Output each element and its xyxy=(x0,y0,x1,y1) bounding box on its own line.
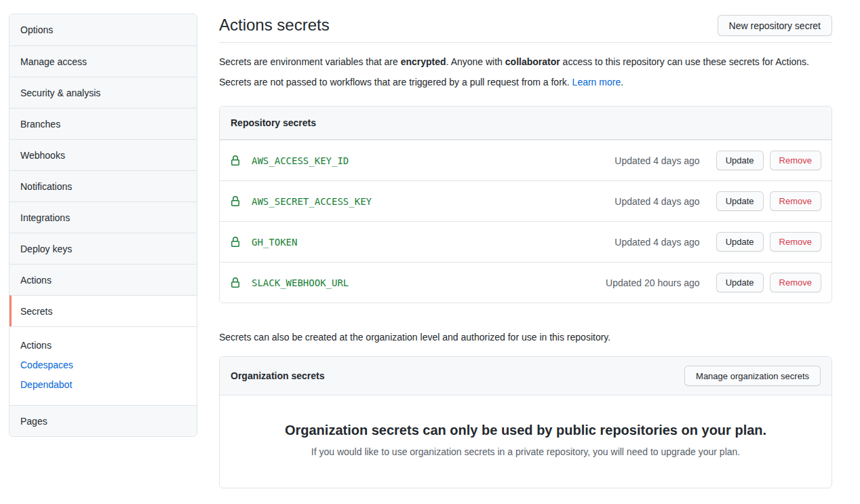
organization-secrets-empty-state: Organization secrets can only be used by… xyxy=(220,395,832,488)
sidebar-secrets-subnav: Actions Codespaces Dependabot xyxy=(9,326,197,405)
sidebar-subitem-actions[interactable]: Actions xyxy=(20,336,186,355)
lock-icon xyxy=(230,277,241,288)
sidebar-item-label: Webhooks xyxy=(20,150,65,161)
sidebar-item-label: Integrations xyxy=(20,212,70,223)
secret-updated: Updated 20 hours ago xyxy=(606,277,700,288)
secret-row: AWS_ACCESS_KEY_ID Updated 4 days ago Upd… xyxy=(220,140,832,180)
secret-row: GH_TOKEN Updated 4 days ago Update Remov… xyxy=(220,221,832,262)
sidebar-item-options[interactable]: Options xyxy=(9,14,197,45)
sidebar-item-label: Options xyxy=(20,24,53,35)
lock-icon xyxy=(230,196,241,207)
sidebar-item-branches[interactable]: Branches xyxy=(9,108,197,139)
intro-bold-collaborator: collaborator xyxy=(505,56,560,67)
org-level-note: Secrets can also be created at the organ… xyxy=(219,332,832,343)
secret-updated: Updated 4 days ago xyxy=(614,196,699,207)
intro-part1: Secrets are environment variables that a… xyxy=(219,56,401,67)
new-repository-secret-button[interactable]: New repository secret xyxy=(718,15,832,36)
secret-name: SLACK_WEBHOOK_URL xyxy=(252,277,349,288)
manage-organization-secrets-button[interactable]: Manage organization secrets xyxy=(684,366,821,386)
organization-secrets-header: Organization secrets Manage organization… xyxy=(220,357,832,395)
remove-button[interactable]: Remove xyxy=(770,151,821,170)
secret-updated: Updated 4 days ago xyxy=(614,155,699,166)
organization-secrets-box: Organization secrets Manage organization… xyxy=(219,356,832,488)
sidebar-item-actions[interactable]: Actions xyxy=(9,264,197,295)
sidebar-item-integrations[interactable]: Integrations xyxy=(9,201,197,233)
sidebar-item-label: Branches xyxy=(20,119,60,130)
repository-secrets-box: Repository secrets AWS_ACCESS_KEY_ID Upd… xyxy=(219,106,832,303)
secret-name: AWS_SECRET_ACCESS_KEY xyxy=(252,196,372,207)
intro-part4: . xyxy=(621,77,623,88)
sidebar-item-secrets[interactable]: Secrets xyxy=(9,295,197,326)
sidebar-item-security-analysis[interactable]: Security & analysis xyxy=(9,77,197,108)
org-empty-title: Organization secrets can only be used by… xyxy=(247,420,804,440)
sidebar-item-label: Manage access xyxy=(20,56,87,67)
sidebar-item-label: Deploy keys xyxy=(20,244,72,254)
remove-button[interactable]: Remove xyxy=(770,191,821,211)
sidebar-item-label: Secrets xyxy=(20,306,52,317)
update-button[interactable]: Update xyxy=(716,232,764,252)
remove-button[interactable]: Remove xyxy=(770,232,821,252)
intro-part2: . Anyone with xyxy=(446,56,505,67)
secret-updated: Updated 4 days ago xyxy=(614,237,699,248)
update-button[interactable]: Update xyxy=(716,191,764,211)
intro-text: Secrets are environment variables that a… xyxy=(219,52,832,92)
sidebar-item-pages[interactable]: Pages xyxy=(9,405,197,436)
sidebar-item-deploy-keys[interactable]: Deploy keys xyxy=(9,233,197,264)
actions-secrets-page: Actions secrets New repository secret Se… xyxy=(219,14,832,488)
update-button[interactable]: Update xyxy=(716,273,764,292)
secret-row: AWS_SECRET_ACCESS_KEY Updated 4 days ago… xyxy=(220,180,832,221)
settings-sidebar: Options Manage access Security & analysi… xyxy=(9,14,197,437)
secret-name: AWS_ACCESS_KEY_ID xyxy=(252,155,349,166)
sidebar-subitem-codespaces[interactable]: Codespaces xyxy=(20,355,186,375)
org-empty-subtitle: If you would like to use organization se… xyxy=(247,445,804,459)
secret-name: GH_TOKEN xyxy=(252,237,297,248)
organization-secrets-title: Organization secrets xyxy=(231,370,325,381)
intro-bold-encrypted: encrypted xyxy=(401,56,446,67)
update-button[interactable]: Update xyxy=(716,151,764,170)
sidebar-item-label: Pages xyxy=(20,416,47,427)
sidebar-item-webhooks[interactable]: Webhooks xyxy=(9,139,197,170)
sidebar-subitem-dependabot[interactable]: Dependabot xyxy=(20,375,186,395)
page-title: Actions secrets xyxy=(219,14,330,37)
learn-more-link[interactable]: Learn more xyxy=(572,77,621,88)
page-header: Actions secrets New repository secret xyxy=(219,14,832,43)
lock-icon xyxy=(230,237,241,248)
sidebar-item-label: Security & analysis xyxy=(20,88,100,98)
sidebar-item-label: Actions xyxy=(20,275,52,286)
sidebar-item-notifications[interactable]: Notifications xyxy=(9,170,197,201)
remove-button[interactable]: Remove xyxy=(770,273,821,292)
secret-row: SLACK_WEBHOOK_URL Updated 20 hours ago U… xyxy=(220,262,832,303)
sidebar-item-manage-access[interactable]: Manage access xyxy=(9,45,197,77)
sidebar-item-label: Notifications xyxy=(20,181,72,192)
lock-icon xyxy=(230,155,241,166)
repository-secrets-header: Repository secrets xyxy=(220,106,832,140)
